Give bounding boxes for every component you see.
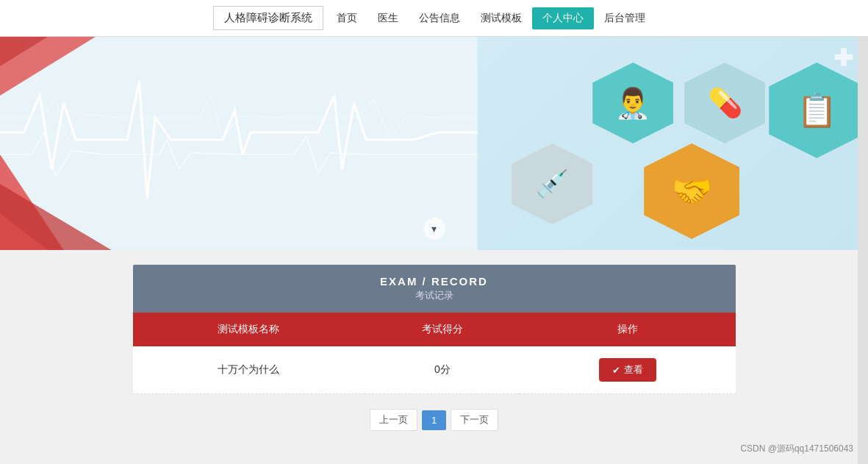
- nav-home[interactable]: 首页: [326, 7, 367, 29]
- cell-action: ✔ 查看: [520, 346, 735, 394]
- cross-icon: ✚: [833, 44, 853, 72]
- hex-hands: 🤝: [644, 143, 739, 239]
- section-header: EXAM / RECORD 考试记录: [133, 265, 736, 313]
- hex-doctor: 👨‍⚕️: [592, 63, 673, 143]
- check-icon: ✔: [612, 365, 620, 376]
- prev-page-button[interactable]: 上一页: [370, 409, 417, 431]
- watermark: CSDN @源码qq1471506043: [740, 443, 853, 455]
- hex-pills: 💊: [684, 63, 765, 143]
- nav-profile[interactable]: 个人中心: [532, 7, 594, 29]
- table-row: 十万个为什么 0分 ✔ 查看: [133, 346, 736, 394]
- hex-medicine: 💉: [512, 143, 592, 224]
- col-action: 操作: [520, 313, 735, 346]
- table-header-row: 测试模板名称 考试得分 操作: [133, 313, 736, 346]
- pagination: 上一页 1 下一页: [133, 409, 736, 431]
- nav-admin[interactable]: 后台管理: [594, 7, 656, 29]
- next-page-button[interactable]: 下一页: [451, 409, 498, 431]
- col-name: 测试模板名称: [133, 313, 365, 346]
- nav-test[interactable]: 测试模板: [470, 7, 532, 29]
- section-en-title: EXAM / RECORD: [133, 275, 736, 288]
- cell-name: 十万个为什么: [133, 346, 365, 394]
- scrollbar[interactable]: [858, 0, 868, 464]
- hex-area: 👨‍⚕️ 💊 📋 💉 🤝: [390, 37, 868, 250]
- hex-clipboard: 📋: [769, 63, 864, 158]
- scroll-down-button[interactable]: ▾: [423, 218, 445, 240]
- nav-doctor[interactable]: 医生: [367, 7, 409, 29]
- navigation: 人格障碍诊断系统 首页 医生 公告信息 测试模板 个人中心 后台管理: [0, 0, 868, 37]
- cell-score: 0分: [365, 346, 520, 394]
- exam-table: 测试模板名称 考试得分 操作 十万个为什么 0分 ✔ 查看: [133, 313, 736, 394]
- nav-brand: 人格障碍诊断系统: [213, 6, 323, 30]
- page-1-button[interactable]: 1: [422, 410, 446, 430]
- col-score: 考试得分: [365, 313, 520, 346]
- banner: 👨‍⚕️ 💊 📋 💉 🤝 ✚ ▾: [0, 37, 868, 250]
- nav-notice[interactable]: 公告信息: [409, 7, 470, 29]
- section-cn-title: 考试记录: [133, 289, 736, 302]
- content-section: EXAM / RECORD 考试记录 测试模板名称 考试得分 操作 十万个为什么…: [133, 250, 736, 460]
- view-button[interactable]: ✔ 查看: [599, 358, 656, 382]
